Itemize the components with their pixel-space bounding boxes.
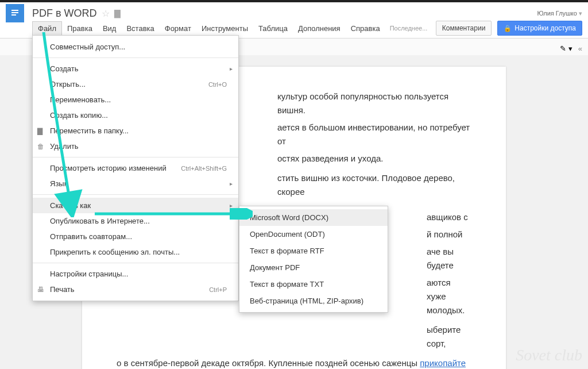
svg-rect-0 — [11, 10, 18, 11]
menu-format[interactable]: Формат — [160, 22, 196, 35]
menu-file[interactable]: Файл — [32, 21, 62, 35]
file-menu-item[interactable]: Переименовать... — [33, 92, 238, 107]
file-menu-item[interactable]: Прикрепить к сообщению эл. почты... — [33, 244, 238, 260]
file-menu-dropdown: Совместный доступ...Создать▸Открыть...Ct… — [32, 35, 239, 301]
file-menu-item[interactable]: Опубликовать в Интернете... — [33, 213, 238, 229]
download-submenu-item[interactable]: Документ PDF — [239, 259, 388, 276]
download-submenu-item[interactable]: Текст в формате RTF — [239, 243, 388, 259]
menu-addons[interactable]: Дополнения — [293, 22, 346, 35]
collapse-toolbar-button[interactable]: « — [578, 44, 582, 53]
file-menu-item[interactable]: 🖶ПечатьCtrl+P — [33, 282, 238, 297]
link[interactable]: прикопайте — [420, 358, 466, 368]
file-menu-item[interactable]: Язык▸ — [33, 176, 238, 191]
text: ыберите сорт, — [117, 323, 471, 351]
menu-table[interactable]: Таблица — [253, 22, 293, 35]
file-menu-item[interactable]: Отправить соавторам... — [33, 229, 238, 244]
file-menu-item[interactable]: Скачать как▸ — [33, 198, 238, 213]
menu-tools[interactable]: Инструменты — [196, 22, 253, 35]
file-menu-item[interactable]: 🗑Удалить — [33, 139, 238, 154]
document-title[interactable]: PDF в WORD — [32, 7, 97, 20]
watermark: Sovet club — [516, 346, 582, 364]
download-submenu-item[interactable]: Веб-страница (HTML, ZIP-архив) — [239, 293, 388, 309]
menu-help[interactable]: Справка — [346, 22, 385, 35]
svg-rect-1 — [11, 12, 18, 13]
menu-insert[interactable]: Вставка — [121, 22, 159, 35]
menu-edit[interactable]: Правка — [62, 22, 98, 35]
folder-icon[interactable]: ▇ — [114, 9, 121, 18]
download-as-submenu: Microsoft Word (DOCX)OpenDocument (ODT)Т… — [239, 206, 388, 313]
file-menu-item[interactable]: Настройки страницы... — [33, 266, 238, 282]
menu-view[interactable]: Вид — [98, 22, 122, 35]
share-button[interactable]: 🔒Настройки доступа — [497, 21, 582, 36]
file-menu-item[interactable]: Просмотреть историю измененийCtrl+Alt+Sh… — [33, 160, 238, 176]
download-submenu-item[interactable]: Текст в формате TXT — [239, 276, 388, 293]
last-edit-text: Последнее... — [390, 25, 428, 32]
file-menu-item[interactable]: Открыть...Ctrl+O — [33, 76, 238, 92]
lock-icon: 🔒 — [504, 25, 512, 32]
download-submenu-item[interactable]: OpenDocument (ODT) — [239, 226, 388, 243]
file-menu-item[interactable]: Создать▸ — [33, 61, 238, 76]
docs-app-icon[interactable] — [6, 4, 24, 22]
user-menu[interactable]: Юлия Глушко — [537, 10, 582, 17]
download-submenu-item[interactable]: Microsoft Word (DOCX) — [239, 209, 388, 226]
star-icon[interactable]: ☆ — [102, 8, 110, 19]
comments-button[interactable]: Комментарии — [436, 21, 492, 36]
file-menu-item[interactable]: Создать копию... — [33, 107, 238, 123]
file-menu-item[interactable]: ▇Переместить в папку... — [33, 123, 238, 139]
file-menu-item[interactable]: Совместный доступ... — [33, 39, 238, 55]
svg-rect-2 — [11, 14, 16, 16]
edit-mode-button[interactable]: ✎ ▾ — [560, 44, 572, 53]
